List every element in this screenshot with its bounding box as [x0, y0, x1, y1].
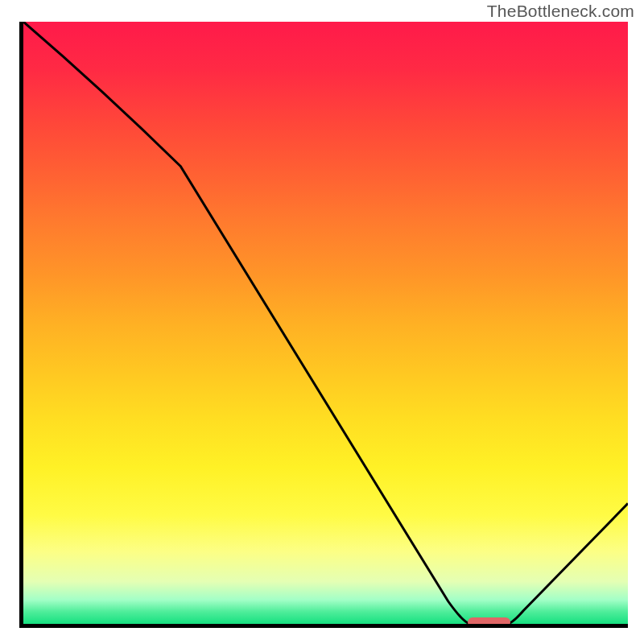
attribution-text: TheBottleneck.com	[487, 2, 634, 21]
y-axis	[19, 22, 23, 628]
bottleneck-chart: TheBottleneck.com	[0, 0, 644, 644]
x-axis	[19, 624, 628, 628]
bottleneck-curve	[23, 22, 628, 624]
plot-area	[23, 22, 628, 624]
curve-layer	[23, 22, 628, 624]
